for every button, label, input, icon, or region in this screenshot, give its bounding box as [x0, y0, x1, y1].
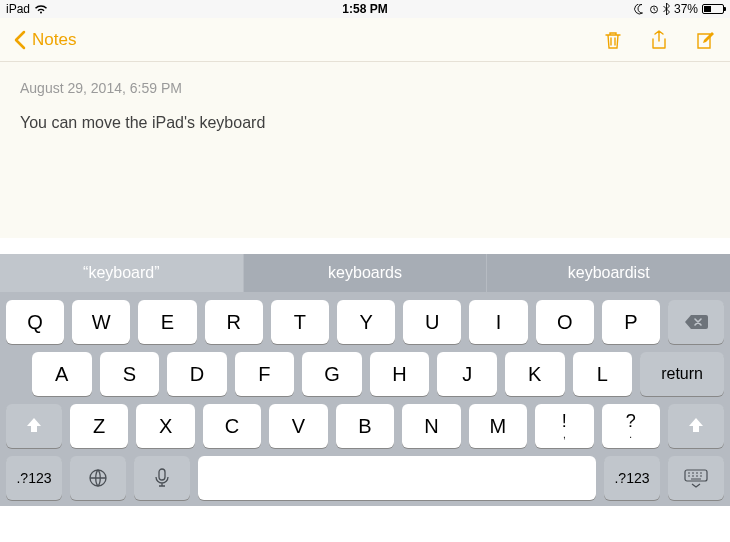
- suggestion-bar: “keyboard” keyboards keyboardist: [0, 254, 730, 292]
- key-shift-left[interactable]: [6, 404, 62, 448]
- bluetooth-icon: [663, 3, 670, 15]
- key-globe[interactable]: [70, 456, 126, 500]
- key-comma[interactable]: ! ,: [535, 404, 593, 448]
- alarm-icon: [649, 4, 659, 14]
- key-hide-keyboard[interactable]: [668, 456, 724, 500]
- backspace-icon: [683, 313, 709, 331]
- shift-icon: [24, 416, 44, 436]
- label-bot: ,: [563, 430, 566, 440]
- key-i[interactable]: I: [469, 300, 527, 344]
- key-m[interactable]: M: [469, 404, 527, 448]
- key-o[interactable]: O: [536, 300, 594, 344]
- key-q[interactable]: Q: [6, 300, 64, 344]
- key-numswitch-right[interactable]: .?123: [604, 456, 660, 500]
- label-bot: .: [629, 430, 632, 440]
- key-k[interactable]: K: [505, 352, 565, 396]
- compose-icon[interactable]: [694, 29, 716, 51]
- share-icon[interactable]: [648, 29, 670, 51]
- key-v[interactable]: V: [269, 404, 327, 448]
- key-z[interactable]: Z: [70, 404, 128, 448]
- key-period[interactable]: ? .: [602, 404, 660, 448]
- key-c[interactable]: C: [203, 404, 261, 448]
- key-dictation[interactable]: [134, 456, 190, 500]
- key-e[interactable]: E: [138, 300, 196, 344]
- trash-icon[interactable]: [602, 29, 624, 51]
- key-row-4: .?123 .?123: [0, 448, 730, 500]
- key-shift-right[interactable]: [668, 404, 724, 448]
- suggestion-1[interactable]: “keyboard”: [0, 254, 244, 292]
- back-button[interactable]: Notes: [14, 30, 76, 50]
- chevron-left-icon: [14, 30, 26, 50]
- globe-icon: [87, 467, 109, 489]
- keyboard: “keyboard” keyboards keyboardist Q W E R…: [0, 254, 730, 506]
- svg-rect-2: [159, 469, 165, 480]
- key-s[interactable]: S: [100, 352, 160, 396]
- clock: 1:58 PM: [342, 2, 387, 16]
- key-backspace[interactable]: [668, 300, 724, 344]
- key-u[interactable]: U: [403, 300, 461, 344]
- key-a[interactable]: A: [32, 352, 92, 396]
- note-date: August 29, 2014, 6:59 PM: [20, 80, 710, 96]
- key-w[interactable]: W: [72, 300, 130, 344]
- key-x[interactable]: X: [136, 404, 194, 448]
- key-row-1: Q W E R T Y U I O P: [0, 292, 730, 344]
- label-top: ?: [626, 412, 636, 430]
- key-b[interactable]: B: [336, 404, 394, 448]
- suggestion-2[interactable]: keyboards: [244, 254, 488, 292]
- key-row-2: A S D F G H J K L return: [0, 344, 730, 396]
- label-top: !: [562, 412, 567, 430]
- key-return[interactable]: return: [640, 352, 724, 396]
- hide-keyboard-icon: [683, 468, 709, 488]
- suggestion-3[interactable]: keyboardist: [487, 254, 730, 292]
- key-y[interactable]: Y: [337, 300, 395, 344]
- key-numswitch-left[interactable]: .?123: [6, 456, 62, 500]
- key-p[interactable]: P: [602, 300, 660, 344]
- microphone-icon: [154, 467, 170, 489]
- key-n[interactable]: N: [402, 404, 460, 448]
- key-f[interactable]: F: [235, 352, 295, 396]
- device-label: iPad: [6, 2, 30, 16]
- dnd-moon-icon: [634, 4, 645, 15]
- note-body[interactable]: August 29, 2014, 6:59 PM You can move th…: [0, 62, 730, 238]
- key-row-3: Z X C V B N M ! , ? .: [0, 396, 730, 448]
- key-g[interactable]: G: [302, 352, 362, 396]
- wifi-icon: [34, 4, 48, 14]
- key-j[interactable]: J: [437, 352, 497, 396]
- battery-icon: [702, 4, 724, 14]
- back-label: Notes: [32, 30, 76, 50]
- key-h[interactable]: H: [370, 352, 430, 396]
- note-text: You can move the iPad's keyboard: [20, 114, 710, 132]
- battery-pct: 37%: [674, 2, 698, 16]
- bottom-whitespace: [0, 506, 730, 542]
- key-l[interactable]: L: [573, 352, 633, 396]
- key-t[interactable]: T: [271, 300, 329, 344]
- status-bar: iPad 1:58 PM 37%: [0, 0, 730, 18]
- shift-icon: [686, 416, 706, 436]
- key-spacebar[interactable]: [198, 456, 596, 500]
- key-d[interactable]: D: [167, 352, 227, 396]
- nav-bar: Notes: [0, 18, 730, 62]
- key-r[interactable]: R: [205, 300, 263, 344]
